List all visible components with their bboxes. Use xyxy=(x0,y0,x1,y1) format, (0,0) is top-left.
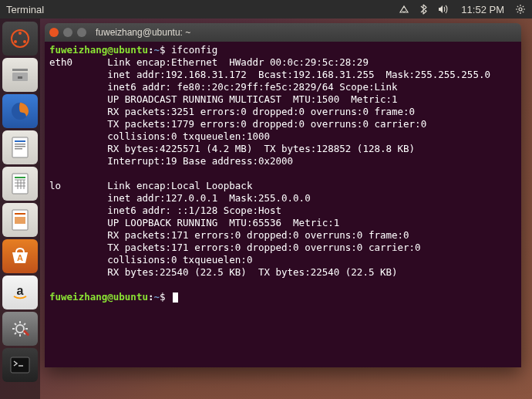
gear-icon[interactable] xyxy=(515,4,526,15)
network-icon[interactable] xyxy=(399,5,409,14)
prompt-userhost: fuweizhang@ubuntu xyxy=(49,44,148,56)
svg-rect-5 xyxy=(12,69,28,71)
svg-rect-17 xyxy=(15,213,25,215)
launcher-settings[interactable] xyxy=(2,312,38,346)
launcher-calc[interactable] xyxy=(2,167,38,201)
launcher-amazon[interactable]: a xyxy=(2,276,38,309)
window-titlebar[interactable]: fuweizhang@ubuntu: ~ xyxy=(45,23,521,42)
active-app-label: Terminal xyxy=(6,4,44,15)
volume-icon[interactable] xyxy=(438,5,450,14)
launcher-firefox[interactable] xyxy=(2,94,38,128)
top-panel: Terminal 11:52 PM xyxy=(0,0,532,19)
prompt-path: ~ xyxy=(153,44,160,56)
window-minimize-button[interactable] xyxy=(63,28,72,37)
svg-rect-15 xyxy=(15,177,25,178)
iface-lo: lo xyxy=(49,180,61,191)
svg-point-21 xyxy=(16,325,24,333)
launcher-writer[interactable] xyxy=(2,130,38,164)
terminal-output[interactable]: fuweizhang@ubuntu:~$ ifconfig eth0 Link … xyxy=(45,42,521,367)
svg-rect-23 xyxy=(11,357,29,373)
clock-label[interactable]: 11:52 PM xyxy=(461,4,504,15)
indicator-area: 11:52 PM xyxy=(399,4,526,15)
svg-point-4 xyxy=(23,40,26,43)
bluetooth-icon[interactable] xyxy=(420,4,427,15)
launcher-dash[interactable] xyxy=(2,22,38,56)
command-text: ifconfig xyxy=(171,44,217,56)
cursor xyxy=(173,292,178,303)
svg-rect-18 xyxy=(15,217,25,224)
svg-rect-9 xyxy=(12,137,28,157)
window-close-button[interactable] xyxy=(49,28,59,37)
svg-rect-12 xyxy=(15,146,25,147)
launcher-software[interactable]: A xyxy=(2,239,38,273)
window-maximize-button[interactable] xyxy=(77,28,86,37)
svg-rect-14 xyxy=(12,174,28,194)
unity-launcher: A a xyxy=(0,19,40,399)
svg-rect-11 xyxy=(15,144,25,145)
svg-rect-10 xyxy=(15,140,25,142)
svg-point-0 xyxy=(519,8,522,11)
svg-text:A: A xyxy=(17,253,23,262)
launcher-impress[interactable] xyxy=(2,203,38,237)
svg-rect-7 xyxy=(18,76,22,79)
window-title: fuweizhang@ubuntu: ~ xyxy=(96,27,190,38)
launcher-files[interactable] xyxy=(2,58,38,92)
svg-rect-13 xyxy=(15,148,22,150)
iface-eth0: eth0 xyxy=(49,56,72,68)
terminal-window: fuweizhang@ubuntu: ~ fuweizhang@ubuntu:~… xyxy=(45,23,521,367)
launcher-terminal[interactable] xyxy=(2,348,38,382)
svg-point-3 xyxy=(14,40,17,43)
svg-text:a: a xyxy=(17,284,24,297)
svg-point-2 xyxy=(19,32,22,35)
